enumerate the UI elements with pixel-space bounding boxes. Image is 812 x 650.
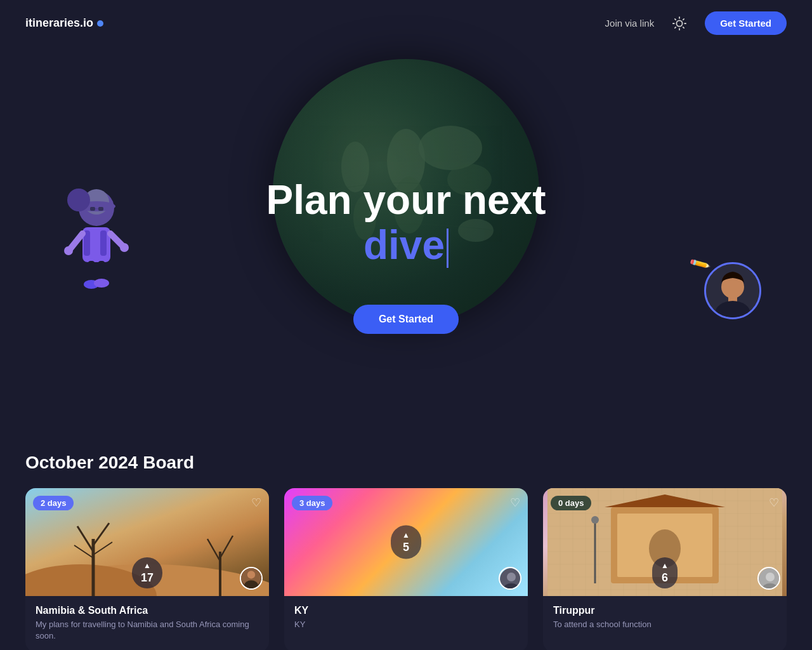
user-ky-svg — [500, 568, 521, 590]
card-heart-ky[interactable]: ♡ — [510, 496, 520, 510]
card-heart-tiruppur[interactable]: ♡ — [769, 496, 779, 510]
text-cursor — [447, 229, 449, 268]
vote-widget-tiruppur[interactable]: ▲ 6 — [652, 557, 678, 588]
card-user-avatar-namibia — [240, 567, 263, 590]
join-via-link[interactable]: Join via link — [605, 18, 655, 29]
card-image-tiruppur: 0 days ♡ ▲ 6 — [543, 488, 787, 596]
hero-title-line1: Plan your next — [266, 178, 546, 222]
card-body-namibia: Namibia & South Africa My plans for trav… — [25, 596, 269, 650]
svg-line-4 — [683, 27, 684, 27]
vote-up-icon: ▲ — [143, 561, 151, 570]
svg-point-32 — [94, 279, 109, 288]
get-started-button[interactable]: Get Started — [705, 11, 787, 35]
svg-rect-29 — [88, 261, 95, 283]
svg-line-7 — [675, 27, 676, 27]
hero-get-started-button[interactable]: Get Started — [353, 305, 459, 334]
card-days-badge-namibia: 2 days — [33, 496, 74, 510]
character-illustration — [51, 173, 140, 300]
user-svg — [241, 568, 261, 588]
svg-point-62 — [591, 516, 599, 524]
card-title-namibia: Namibia & South Africa — [36, 605, 259, 616]
svg-rect-24 — [100, 230, 107, 256]
svg-point-53 — [507, 573, 516, 581]
vote-count-ky: 5 — [403, 541, 409, 554]
logo-text: itineraries.io — [25, 17, 93, 30]
card-desc-ky: KY — [294, 619, 518, 630]
svg-point-33 — [67, 189, 90, 211]
logo[interactable]: itineraries.io — [25, 17, 103, 30]
navbar: itineraries.io Join via link Get Started — [0, 0, 812, 46]
svg-point-27 — [64, 246, 73, 255]
card-user-avatar-ky — [499, 567, 521, 590]
card-body-tiruppur: Tiruppur To attend a school function — [543, 596, 787, 640]
svg-rect-19 — [90, 207, 95, 211]
svg-line-25 — [70, 234, 82, 249]
svg-line-45 — [93, 542, 112, 555]
avatar-face-svg — [706, 264, 759, 317]
card-title-tiruppur: Tiruppur — [553, 605, 776, 616]
card-namibia[interactable]: 2 days ♡ ▲ 17 Namibia — [25, 488, 269, 650]
hero-text-block: Plan your next dive Get Started — [266, 178, 546, 333]
svg-point-64 — [766, 573, 775, 581]
hero-section: ✏️ Plan your next dive Ge — [0, 46, 812, 440]
svg-point-50 — [247, 571, 255, 578]
card-days-badge-ky: 3 days — [292, 496, 332, 510]
svg-line-43 — [93, 523, 109, 545]
card-user-avatar-tiruppur — [757, 567, 780, 590]
svg-line-8 — [683, 18, 684, 19]
board-title: October 2024 Board — [25, 453, 787, 473]
theme-toggle-button[interactable] — [669, 13, 690, 34]
vote-count-tiruppur: 6 — [662, 571, 668, 585]
svg-line-26 — [110, 234, 123, 246]
vote-up-icon-tiruppur: ▲ — [661, 561, 669, 570]
card-image-namibia: 2 days ♡ ▲ 17 — [25, 488, 269, 596]
svg-line-42 — [77, 526, 93, 552]
svg-line-3 — [675, 18, 676, 19]
svg-point-0 — [677, 20, 683, 26]
pencil-icon: ✏️ — [688, 253, 711, 275]
avatar-circle — [704, 262, 761, 319]
svg-point-28 — [120, 243, 129, 252]
vote-widget-namibia[interactable]: ▲ 17 — [132, 557, 162, 588]
user-avatar-hero: ✏️ — [704, 262, 761, 319]
card-body-ky: KY KY — [284, 596, 528, 640]
card-desc-namibia: My plans for travelling to Namibia and S… — [36, 619, 259, 642]
vote-up-icon-ky: ▲ — [402, 531, 410, 540]
card-ky[interactable]: ▲ 5 3 days ♡ KY KY — [284, 488, 528, 650]
hero-title-line2: dive — [266, 223, 546, 268]
sun-icon — [672, 17, 686, 30]
card-image-ky: ▲ 5 3 days ♡ — [284, 488, 528, 596]
cards-grid: 2 days ♡ ▲ 17 Namibia — [25, 488, 787, 650]
character-svg — [51, 173, 140, 307]
card-title-ky: KY — [294, 605, 518, 616]
board-section: October 2024 Board — [0, 440, 812, 650]
svg-rect-20 — [98, 207, 103, 211]
logo-dot-icon — [97, 20, 103, 27]
card-tiruppur[interactable]: 0 days ♡ ▲ 6 Tiruppur To attend a school… — [543, 488, 787, 650]
card-heart-namibia[interactable]: ♡ — [251, 496, 261, 510]
svg-line-47 — [207, 539, 220, 561]
card-desc-tiruppur: To attend a school function — [553, 619, 776, 630]
svg-line-48 — [220, 536, 233, 558]
vote-count-namibia: 17 — [141, 571, 154, 585]
person-avatar-svg — [241, 568, 261, 588]
card-days-badge-tiruppur: 0 days — [551, 496, 591, 510]
nav-right: Join via link Get Started — [605, 11, 787, 35]
vote-widget-ky[interactable]: ▲ 5 — [391, 526, 421, 559]
